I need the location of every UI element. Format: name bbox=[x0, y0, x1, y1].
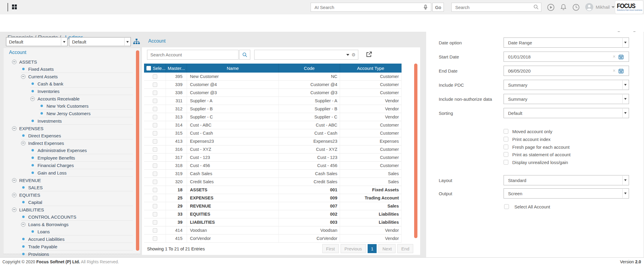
ai-search-input[interactable] bbox=[311, 3, 431, 12]
option-select-all-account[interactable]: Select All Account bbox=[504, 204, 550, 210]
collapse-icon[interactable] bbox=[12, 60, 17, 64]
tree-item-direct-expenses[interactable]: Direct Expenses bbox=[21, 132, 133, 139]
page-button-next[interactable]: Next bbox=[378, 244, 396, 253]
column-header-sele[interactable]: Sele... bbox=[144, 64, 166, 73]
calendar-icon[interactable] bbox=[618, 54, 624, 60]
tree-item-investments[interactable]: Investments bbox=[30, 117, 133, 125]
tree-item-indirect-expenses[interactable]: Indirect Expenses bbox=[21, 139, 133, 147]
table-row[interactable]: 33EQUITIES002Liabilities bbox=[144, 210, 402, 218]
tree-item-loans-borrowings[interactable]: Loans & Borrowings bbox=[21, 221, 133, 228]
select-all-checkbox[interactable] bbox=[146, 66, 151, 70]
output-select[interactable]: Screen bbox=[504, 188, 629, 199]
table-row[interactable]: 314Cust - ABCCust - ABCCustomer bbox=[144, 121, 402, 129]
row-checkbox[interactable] bbox=[153, 163, 157, 168]
tree-item-administrative-expenses[interactable]: Administrative Expenses bbox=[30, 147, 133, 154]
date-option-select[interactable]: Date Range bbox=[504, 37, 629, 48]
option-display-unrealized-loss-gain[interactable]: Display unrealized loss/gain bbox=[504, 159, 568, 165]
row-checkbox[interactable] bbox=[153, 188, 157, 192]
row-checkbox[interactable] bbox=[153, 82, 157, 87]
open-in-new-icon[interactable] bbox=[365, 51, 373, 58]
user-menu-caret-icon[interactable] bbox=[612, 6, 615, 8]
table-row[interactable]: 319Cash SalesCash SalesSales bbox=[144, 170, 402, 178]
collapse-icon[interactable] bbox=[21, 141, 26, 145]
start-date-input[interactable]: 01/01/2018× bbox=[504, 52, 629, 62]
calendar-icon[interactable] bbox=[618, 68, 624, 74]
page-button-first[interactable]: First bbox=[322, 244, 339, 253]
checkbox-print-account-index[interactable] bbox=[504, 137, 508, 142]
global-search-input[interactable] bbox=[451, 3, 541, 12]
row-checkbox[interactable] bbox=[153, 131, 157, 136]
tree-item-capital[interactable]: Capital bbox=[21, 199, 133, 206]
table-row[interactable]: 316Cust - XYZCust - XYZCustomer bbox=[144, 145, 402, 154]
option-moved-account-only[interactable]: Moved account only bbox=[504, 128, 552, 134]
tree-item-sales[interactable]: SALES bbox=[21, 184, 133, 191]
tree-item-current-assets[interactable]: Current Assets bbox=[21, 73, 133, 80]
tree-item-expenses[interactable]: EXPENSES bbox=[12, 125, 133, 132]
row-checkbox[interactable] bbox=[153, 196, 157, 200]
table-row[interactable]: 29REVENUE007Sales bbox=[144, 202, 402, 210]
checkbox-print-as-statement-of-account[interactable] bbox=[504, 152, 508, 157]
tree-item-gain-and-loss[interactable]: Gain and Loss bbox=[30, 169, 133, 177]
option-print-account-index[interactable]: Print account index bbox=[504, 136, 551, 142]
table-row[interactable]: 313Supplier - CSupplier - CVendor bbox=[144, 113, 402, 121]
option-print-as-statement-of-account[interactable]: Print as statement of account bbox=[504, 151, 570, 157]
collapse-icon[interactable] bbox=[30, 97, 35, 101]
gear-icon[interactable]: ⚙ bbox=[352, 52, 356, 58]
table-row[interactable]: 25EXPENSES009Trading Account bbox=[144, 194, 402, 202]
history-clock-icon[interactable] bbox=[572, 3, 580, 11]
tree-item-financial-charges[interactable]: Financial Charges bbox=[30, 162, 133, 169]
row-checkbox[interactable] bbox=[153, 107, 157, 111]
include-pdc-select[interactable]: Summary bbox=[504, 80, 629, 90]
search-account-button[interactable] bbox=[239, 50, 250, 60]
row-checkbox[interactable] bbox=[153, 99, 157, 103]
row-checkbox[interactable] bbox=[153, 236, 157, 241]
column-header-master[interactable]: Master... bbox=[166, 64, 187, 73]
row-checkbox[interactable] bbox=[153, 115, 157, 119]
sorting-select[interactable]: Default bbox=[504, 108, 629, 118]
column-header-name[interactable]: Name bbox=[187, 64, 279, 73]
table-row[interactable]: 338Customer @3Customer @3Customer bbox=[144, 89, 402, 97]
tree-filter-select-1[interactable]: Default bbox=[6, 37, 68, 46]
page-button-1[interactable]: 1 bbox=[368, 244, 377, 253]
include-non-authorize-data-select[interactable]: Summary bbox=[504, 94, 629, 104]
table-row[interactable]: 39LIABILITIES003Liabilities bbox=[144, 218, 402, 226]
column-header-code[interactable]: Code bbox=[279, 64, 340, 73]
table-row[interactable]: 395New CustomerNCCustomer bbox=[144, 73, 402, 81]
table-row[interactable]: 413Expenses23Expenses23Expenses bbox=[144, 137, 402, 145]
row-checkbox[interactable] bbox=[153, 147, 157, 152]
table-row[interactable]: 339Customer @4Customer @4Customer bbox=[144, 81, 402, 89]
account-filter-combo[interactable]: ⚙ bbox=[254, 50, 358, 60]
collapse-icon[interactable] bbox=[12, 193, 17, 197]
row-checkbox[interactable] bbox=[153, 180, 157, 184]
tree-item-employee-benefits[interactable]: Employee Benefits bbox=[30, 154, 133, 162]
row-checkbox[interactable] bbox=[153, 155, 157, 160]
tree-item-equities[interactable]: EQUITIES bbox=[12, 191, 133, 199]
tree-item-loans[interactable]: Loans bbox=[30, 228, 133, 235]
tree-item-liabilities[interactable]: LIABILITIES bbox=[12, 206, 133, 213]
collapse-icon[interactable] bbox=[12, 126, 17, 131]
tree-item-trade-payable[interactable]: Trade Payable bbox=[21, 243, 133, 250]
checkbox-fresh-page-for-each-account[interactable] bbox=[504, 145, 508, 149]
tree-item-provisions[interactable]: Provisions bbox=[21, 250, 133, 258]
page-button-end[interactable]: End bbox=[397, 244, 413, 253]
layout-select[interactable]: Standard bbox=[504, 175, 629, 185]
row-checkbox[interactable] bbox=[153, 220, 157, 225]
table-row[interactable]: 320Credit SalesCredit SalesSales bbox=[144, 178, 402, 186]
tree-item-accrued-liabilities[interactable]: Accrued Liabilities bbox=[21, 235, 133, 243]
user-avatar[interactable] bbox=[585, 3, 594, 11]
tree-item-assets[interactable]: ASSETS bbox=[12, 58, 133, 65]
notifications-bell-icon[interactable] bbox=[559, 3, 567, 11]
table-row[interactable]: 315Cust - CashCust - CashCustomer bbox=[144, 129, 402, 137]
tree-item-accounts-receivable[interactable]: Accounts Receivable bbox=[30, 95, 133, 102]
row-checkbox[interactable] bbox=[153, 74, 157, 79]
hierarchy-view-icon[interactable] bbox=[133, 38, 140, 45]
run-icon[interactable] bbox=[547, 3, 555, 11]
page-button-previous[interactable]: Previous bbox=[341, 244, 366, 253]
row-checkbox[interactable] bbox=[153, 91, 157, 95]
row-checkbox[interactable] bbox=[153, 228, 157, 233]
table-row[interactable]: 18ASSETS001Fixed Assets bbox=[144, 186, 402, 194]
user-name[interactable]: Mikhail bbox=[596, 4, 610, 10]
collapse-icon[interactable] bbox=[12, 208, 17, 212]
collapse-icon[interactable] bbox=[12, 178, 17, 183]
tree-item-fixed-assets[interactable]: Fixed Assets bbox=[21, 65, 133, 73]
